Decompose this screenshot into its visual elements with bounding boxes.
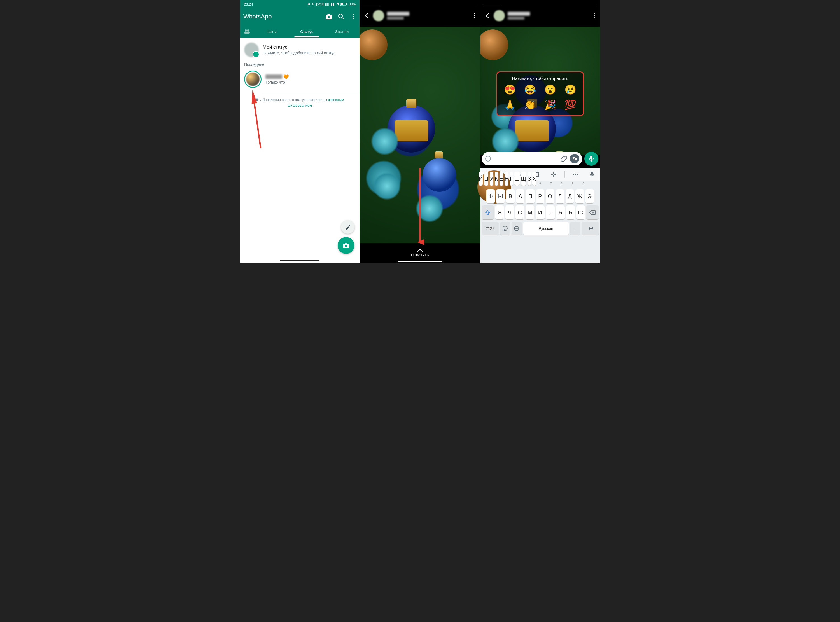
- key[interactable]: Н: [505, 172, 508, 186]
- annotation-arrow: [255, 95, 266, 151]
- key[interactable]: Ф: [486, 189, 495, 203]
- camera-icon[interactable]: [325, 13, 332, 20]
- contact-name: [265, 75, 282, 79]
- signal-icon: ▮▮: [331, 2, 335, 6]
- more-icon[interactable]: [570, 169, 581, 180]
- key[interactable]: Р: [536, 189, 544, 203]
- message-input[interactable]: [482, 152, 582, 165]
- reaction-emoji[interactable]: 😢: [563, 84, 578, 95]
- language-key[interactable]: [512, 222, 521, 235]
- key[interactable]: Я: [495, 206, 504, 220]
- key[interactable]: М: [526, 206, 534, 220]
- tab-calls[interactable]: Звонки: [324, 29, 360, 34]
- key[interactable]: Ч: [505, 206, 514, 220]
- reaction-emoji[interactable]: 😍: [502, 84, 517, 95]
- svg-rect-23: [590, 156, 593, 160]
- my-status-row[interactable]: Мой статус Нажмите, чтобы добавить новый…: [240, 38, 360, 60]
- message-input-bar: [482, 151, 598, 166]
- status-item[interactable]: 🧡 Только что: [240, 68, 360, 91]
- enter-key[interactable]: [582, 222, 599, 235]
- avatar[interactable]: [494, 10, 505, 21]
- symbols-key[interactable]: ?123: [482, 222, 499, 235]
- wifi-icon: ◥: [336, 2, 339, 6]
- key[interactable]: Ж: [575, 189, 584, 203]
- more-icon[interactable]: [350, 14, 356, 20]
- svg-rect-31: [591, 172, 593, 175]
- emoji-key[interactable]: [500, 222, 510, 235]
- key[interactable]: Й: [479, 172, 483, 186]
- camera-fab[interactable]: [338, 237, 354, 254]
- reaction-emoji[interactable]: 👏: [523, 99, 538, 110]
- reaction-emoji[interactable]: 🎉: [543, 99, 558, 110]
- settings-icon[interactable]: [548, 169, 559, 180]
- shift-key[interactable]: [482, 206, 494, 220]
- key[interactable]: С: [515, 206, 524, 220]
- edit-status-fab[interactable]: [341, 220, 354, 234]
- key[interactable]: Г: [510, 172, 513, 186]
- camera-icon[interactable]: [570, 154, 579, 163]
- status-avatar: [244, 70, 262, 88]
- key[interactable]: Т: [546, 206, 555, 220]
- back-button[interactable]: [362, 11, 371, 20]
- svg-point-9: [247, 29, 249, 32]
- key[interactable]: Э: [585, 189, 594, 203]
- key[interactable]: Е: [500, 172, 503, 186]
- key[interactable]: Ц: [484, 172, 488, 186]
- contact-header[interactable]: [387, 12, 409, 20]
- key[interactable]: П: [526, 189, 534, 203]
- home-indicator: [398, 261, 442, 262]
- key[interactable]: Д: [566, 189, 574, 203]
- voice-record-button[interactable]: [584, 152, 598, 166]
- vibrate-icon: ✕: [312, 2, 315, 6]
- tab-chats[interactable]: Чаты: [254, 29, 289, 34]
- spacebar[interactable]: Русский: [523, 222, 569, 235]
- emoji-icon[interactable]: [485, 156, 491, 162]
- tabs-row: Чаты Статус Звонки: [240, 24, 360, 38]
- key[interactable]: И: [536, 206, 544, 220]
- key[interactable]: У: [490, 172, 493, 186]
- svg-rect-1: [341, 3, 343, 5]
- key[interactable]: З: [527, 172, 531, 186]
- attach-icon[interactable]: [561, 156, 567, 162]
- key[interactable]: А: [516, 189, 524, 203]
- key[interactable]: О: [546, 189, 554, 203]
- arrow-left-icon: [364, 12, 370, 19]
- contact-header[interactable]: [508, 12, 530, 20]
- reply-bar[interactable]: Ответить: [360, 244, 480, 261]
- reaction-emoji[interactable]: 😮: [543, 84, 558, 95]
- key[interactable]: Ю: [576, 206, 585, 220]
- svg-point-14: [474, 15, 475, 16]
- key[interactable]: Л: [556, 189, 564, 203]
- key[interactable]: Ь: [556, 206, 565, 220]
- more-icon[interactable]: [591, 12, 597, 19]
- key[interactable]: Б: [566, 206, 575, 220]
- avatar[interactable]: [373, 10, 384, 21]
- reaction-picker: Нажмите, чтобы отправить 😍 😂 😮 😢 🙏 👏 🎉 💯: [497, 72, 584, 116]
- svg-point-34: [506, 227, 506, 228]
- more-icon[interactable]: [471, 12, 477, 19]
- mic-icon[interactable]: [587, 169, 597, 180]
- key[interactable]: К: [495, 172, 498, 186]
- status-icons: ✱ ✕ VPN ▮▮ ▮▮ ◥ 39%: [308, 2, 355, 6]
- nav-bar-pill: [280, 260, 320, 261]
- key[interactable]: Ы: [496, 189, 505, 203]
- backspace-key[interactable]: [586, 206, 599, 220]
- reaction-emoji[interactable]: 😂: [523, 84, 538, 95]
- communities-icon[interactable]: [240, 29, 254, 34]
- annotation-arrow: [416, 168, 424, 246]
- add-status-badge: [253, 51, 259, 58]
- key[interactable]: Ш: [514, 172, 520, 186]
- key[interactable]: В: [506, 189, 515, 203]
- tab-status[interactable]: Статус: [289, 29, 325, 34]
- svg-line-12: [253, 96, 261, 148]
- reaction-emoji[interactable]: 💯: [563, 99, 578, 110]
- search-icon[interactable]: [338, 13, 345, 20]
- back-button[interactable]: [483, 11, 492, 20]
- svg-point-13: [474, 13, 475, 14]
- emoji: 🧡: [284, 74, 289, 79]
- key[interactable]: Щ: [521, 172, 526, 186]
- reply-label: Ответить: [411, 253, 429, 257]
- period-key[interactable]: .: [570, 222, 580, 235]
- reaction-emoji[interactable]: 🙏: [502, 99, 517, 110]
- key[interactable]: Х: [532, 172, 536, 186]
